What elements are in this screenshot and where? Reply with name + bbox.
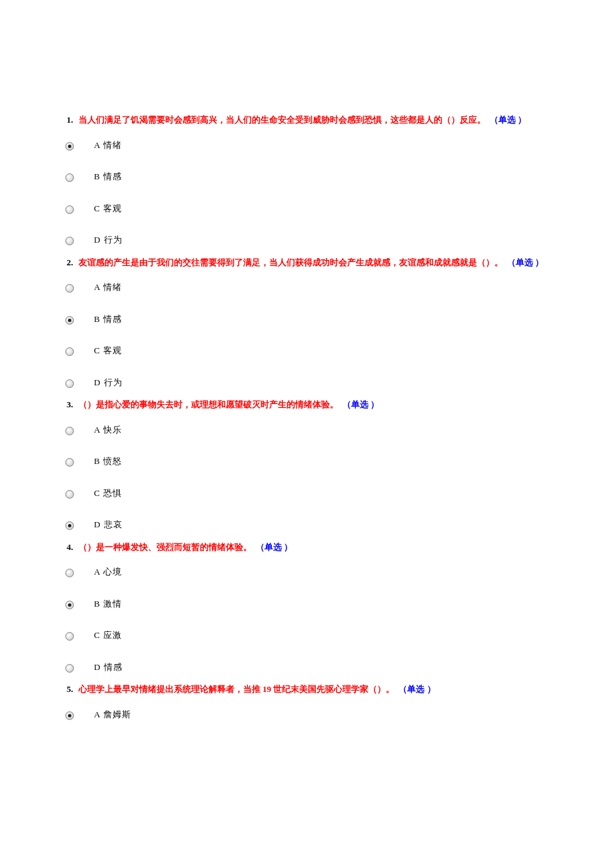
options-list: A 情绪B 情感C 客观D 行为 xyxy=(67,281,546,389)
question-text: 心理学上最早对情绪提出系统理论解释者，当推 19 世纪末美国先驱心理学家（）。 xyxy=(79,683,395,696)
option-item[interactable]: B 激情 xyxy=(65,597,546,611)
radio-selected-icon[interactable] xyxy=(65,601,74,609)
option-label: A 情绪 xyxy=(94,139,122,152)
question-header: 3.（）是指心爱的事物失去时，或理想和愿望破灭时产生的情绪体验。（单选 ） xyxy=(67,398,546,411)
radio-unselected-icon[interactable] xyxy=(65,284,74,293)
option-label: D 行为 xyxy=(94,376,123,389)
option-item[interactable]: A 情绪 xyxy=(65,139,546,152)
option-item[interactable]: D 行为 xyxy=(65,376,546,389)
question-number: 1. xyxy=(67,113,73,127)
option-label: B 情感 xyxy=(94,170,122,183)
question-number: 4. xyxy=(67,541,73,554)
option-label: A 詹姆斯 xyxy=(94,708,131,721)
option-label: A 情绪 xyxy=(94,281,122,294)
radio-selected-icon[interactable] xyxy=(65,711,74,720)
question-header: 2.友谊感的产生是由于我们的交往需要得到了满足，当人们获得成功时会产生成就感，友… xyxy=(67,256,546,269)
option-item[interactable]: A 情绪 xyxy=(65,281,546,294)
question-text: 友谊感的产生是由于我们的交往需要得到了满足，当人们获得成功时会产生成就感，友谊感… xyxy=(79,256,503,269)
option-item[interactable]: C 客观 xyxy=(65,202,546,215)
question-type: （单选 ） xyxy=(507,256,544,269)
option-label: A 心境 xyxy=(94,565,122,579)
question-type: （单选 ） xyxy=(490,113,526,127)
question-text: （）是一种爆发快、强烈而短暂的情绪体验。 xyxy=(79,541,252,554)
options-list: A 詹姆斯 xyxy=(67,708,546,721)
option-item[interactable]: B 情感 xyxy=(65,313,546,326)
question-text: （）是指心爱的事物失去时，或理想和愿望破灭时产生的情绪体验。 xyxy=(79,398,338,411)
option-label: B 情感 xyxy=(94,313,122,326)
option-label: A 快乐 xyxy=(94,423,122,437)
option-label: C 恐惧 xyxy=(94,487,122,500)
radio-unselected-icon[interactable] xyxy=(65,379,74,388)
question-header: 5.心理学上最早对情绪提出系统理论解释者，当推 19 世纪末美国先驱心理学家（）… xyxy=(67,683,546,696)
radio-unselected-icon[interactable] xyxy=(65,664,74,673)
question-type: （单选 ） xyxy=(256,541,293,554)
option-label: D 行为 xyxy=(94,233,123,247)
radio-unselected-icon[interactable] xyxy=(65,632,74,641)
option-item[interactable]: D 行为 xyxy=(65,233,546,247)
options-list: A 快乐B 愤怒C 恐惧D 悲哀 xyxy=(67,423,546,531)
quiz-form: 1.当人们满足了饥渴需要时会感到高兴，当人们的生命安全受到威胁时会感到恐惧，这些… xyxy=(67,113,546,721)
radio-unselected-icon[interactable] xyxy=(65,490,74,499)
radio-unselected-icon[interactable] xyxy=(65,237,74,245)
question-type: （单选 ） xyxy=(342,398,379,411)
option-item[interactable]: D 情感 xyxy=(65,661,546,674)
question-number: 2. xyxy=(67,256,73,269)
option-item[interactable]: D 悲哀 xyxy=(65,518,546,531)
radio-unselected-icon[interactable] xyxy=(65,173,74,182)
radio-unselected-icon[interactable] xyxy=(65,205,74,214)
option-item[interactable]: C 客观 xyxy=(65,344,546,357)
option-label: C 客观 xyxy=(94,344,122,357)
option-item[interactable]: C 恐惧 xyxy=(65,487,546,500)
options-list: A 心境B 激情C 应激D 情感 xyxy=(67,565,546,673)
radio-selected-icon[interactable] xyxy=(65,521,74,530)
radio-selected-icon[interactable] xyxy=(65,316,74,325)
question-type: （单选 ） xyxy=(398,683,435,696)
option-item[interactable]: A 詹姆斯 xyxy=(65,708,546,721)
option-item[interactable]: C 应激 xyxy=(65,629,546,642)
option-label: B 激情 xyxy=(94,597,122,611)
radio-unselected-icon[interactable] xyxy=(65,347,74,356)
question-number: 5. xyxy=(67,683,73,696)
options-list: A 情绪B 情感C 客观D 行为 xyxy=(67,139,546,247)
option-item[interactable]: A 快乐 xyxy=(65,423,546,437)
option-label: C 客观 xyxy=(94,202,122,215)
option-item[interactable]: B 愤怒 xyxy=(65,455,546,468)
question-block: 2.友谊感的产生是由于我们的交往需要得到了满足，当人们获得成功时会产生成就感，友… xyxy=(67,256,546,389)
option-label: D 悲哀 xyxy=(94,518,123,531)
question-block: 1.当人们满足了饥渴需要时会感到高兴，当人们的生命安全受到威胁时会感到恐惧，这些… xyxy=(67,113,546,247)
radio-selected-icon[interactable] xyxy=(65,142,74,151)
option-item[interactable]: B 情感 xyxy=(65,170,546,183)
question-header: 4.（）是一种爆发快、强烈而短暂的情绪体验。（单选 ） xyxy=(67,541,546,554)
question-block: 5.心理学上最早对情绪提出系统理论解释者，当推 19 世纪末美国先驱心理学家（）… xyxy=(67,683,546,721)
option-label: D 情感 xyxy=(94,661,123,674)
option-label: C 应激 xyxy=(94,629,122,642)
question-header: 1.当人们满足了饥渴需要时会感到高兴，当人们的生命安全受到威胁时会感到恐惧，这些… xyxy=(67,113,546,127)
radio-unselected-icon[interactable] xyxy=(65,458,74,467)
question-block: 3.（）是指心爱的事物失去时，或理想和愿望破灭时产生的情绪体验。（单选 ）A 快… xyxy=(67,398,546,531)
radio-unselected-icon[interactable] xyxy=(65,427,74,435)
question-number: 3. xyxy=(67,398,73,411)
option-label: B 愤怒 xyxy=(94,455,122,468)
question-block: 4.（）是一种爆发快、强烈而短暂的情绪体验。（单选 ）A 心境B 激情C 应激D… xyxy=(67,541,546,674)
option-item[interactable]: A 心境 xyxy=(65,565,546,579)
question-text: 当人们满足了饥渴需要时会感到高兴，当人们的生命安全受到威胁时会感到恐惧，这些都是… xyxy=(79,113,486,127)
radio-unselected-icon[interactable] xyxy=(65,569,74,577)
